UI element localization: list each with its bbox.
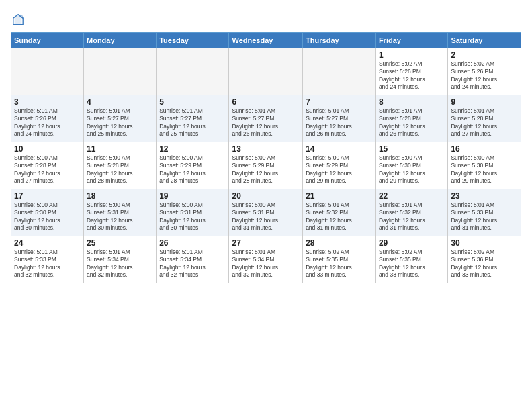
table-row	[229, 48, 303, 95]
day-number: 17	[14, 191, 81, 201]
day-info: Sunrise: 5:00 AM Sunset: 5:29 PM Dayligh…	[306, 154, 373, 185]
day-number: 15	[379, 144, 445, 154]
table-row: 4Sunrise: 5:01 AM Sunset: 5:27 PM Daylig…	[84, 95, 157, 142]
table-row: 25Sunrise: 5:01 AM Sunset: 5:34 PM Dayli…	[84, 236, 157, 283]
day-number: 12	[159, 144, 226, 154]
day-number: 7	[306, 97, 373, 107]
day-number: 25	[87, 238, 153, 248]
day-number: 6	[232, 97, 300, 107]
table-row: 23Sunrise: 5:01 AM Sunset: 5:33 PM Dayli…	[448, 189, 521, 236]
day-number: 24	[14, 238, 81, 248]
day-number: 19	[159, 191, 226, 201]
day-number: 29	[379, 238, 445, 248]
table-row: 8Sunrise: 5:01 AM Sunset: 5:28 PM Daylig…	[375, 95, 447, 142]
day-info: Sunrise: 5:01 AM Sunset: 5:32 PM Dayligh…	[306, 201, 373, 232]
weekday-header-wednesday: Wednesday	[229, 33, 303, 48]
day-number: 27	[232, 238, 300, 248]
day-info: Sunrise: 5:02 AM Sunset: 5:26 PM Dayligh…	[379, 60, 445, 91]
day-number: 14	[306, 144, 373, 154]
calendar: SundayMondayTuesdayWednesdayThursdayFrid…	[11, 32, 521, 283]
day-info: Sunrise: 5:01 AM Sunset: 5:27 PM Dayligh…	[232, 107, 300, 138]
table-row	[157, 48, 229, 95]
day-number: 26	[159, 238, 226, 248]
table-row: 7Sunrise: 5:01 AM Sunset: 5:27 PM Daylig…	[303, 95, 376, 142]
table-row: 13Sunrise: 5:00 AM Sunset: 5:29 PM Dayli…	[229, 142, 303, 189]
day-info: Sunrise: 5:00 AM Sunset: 5:28 PM Dayligh…	[87, 154, 153, 185]
table-row: 26Sunrise: 5:01 AM Sunset: 5:34 PM Dayli…	[157, 236, 229, 283]
calendar-week-4: 17Sunrise: 5:00 AM Sunset: 5:30 PM Dayli…	[11, 189, 521, 236]
day-info: Sunrise: 5:01 AM Sunset: 5:28 PM Dayligh…	[451, 107, 518, 138]
day-number: 4	[87, 97, 153, 107]
weekday-header-friday: Friday	[375, 33, 447, 48]
calendar-week-2: 3Sunrise: 5:01 AM Sunset: 5:26 PM Daylig…	[11, 95, 521, 142]
table-row: 5Sunrise: 5:01 AM Sunset: 5:27 PM Daylig…	[157, 95, 229, 142]
day-info: Sunrise: 5:01 AM Sunset: 5:26 PM Dayligh…	[14, 107, 81, 138]
table-row: 11Sunrise: 5:00 AM Sunset: 5:28 PM Dayli…	[84, 142, 157, 189]
table-row: 15Sunrise: 5:00 AM Sunset: 5:30 PM Dayli…	[375, 142, 447, 189]
table-row	[84, 48, 157, 95]
table-row	[303, 48, 376, 95]
day-info: Sunrise: 5:01 AM Sunset: 5:27 PM Dayligh…	[159, 107, 226, 138]
table-row: 29Sunrise: 5:02 AM Sunset: 5:35 PM Dayli…	[375, 236, 447, 283]
table-row: 16Sunrise: 5:00 AM Sunset: 5:30 PM Dayli…	[448, 142, 521, 189]
table-row: 24Sunrise: 5:01 AM Sunset: 5:33 PM Dayli…	[11, 236, 84, 283]
table-row: 21Sunrise: 5:01 AM Sunset: 5:32 PM Dayli…	[303, 189, 376, 236]
table-row: 6Sunrise: 5:01 AM Sunset: 5:27 PM Daylig…	[229, 95, 303, 142]
weekday-header-saturday: Saturday	[448, 33, 521, 48]
table-row: 12Sunrise: 5:00 AM Sunset: 5:29 PM Dayli…	[157, 142, 229, 189]
day-number: 8	[379, 97, 445, 107]
day-info: Sunrise: 5:00 AM Sunset: 5:29 PM Dayligh…	[159, 154, 226, 185]
calendar-week-1: 1Sunrise: 5:02 AM Sunset: 5:26 PM Daylig…	[11, 48, 521, 95]
day-info: Sunrise: 5:00 AM Sunset: 5:30 PM Dayligh…	[379, 154, 445, 185]
day-info: Sunrise: 5:01 AM Sunset: 5:32 PM Dayligh…	[379, 201, 445, 232]
day-info: Sunrise: 5:00 AM Sunset: 5:31 PM Dayligh…	[159, 201, 226, 232]
day-info: Sunrise: 5:01 AM Sunset: 5:27 PM Dayligh…	[306, 107, 373, 138]
table-row: 3Sunrise: 5:01 AM Sunset: 5:26 PM Daylig…	[11, 95, 84, 142]
day-info: Sunrise: 5:00 AM Sunset: 5:31 PM Dayligh…	[232, 201, 300, 232]
day-info: Sunrise: 5:00 AM Sunset: 5:29 PM Dayligh…	[232, 154, 300, 185]
day-info: Sunrise: 5:02 AM Sunset: 5:26 PM Dayligh…	[451, 60, 518, 91]
day-number: 16	[451, 144, 518, 154]
day-number: 20	[232, 191, 300, 201]
table-row: 1Sunrise: 5:02 AM Sunset: 5:26 PM Daylig…	[375, 48, 447, 95]
day-number: 2	[451, 50, 518, 60]
day-number: 30	[451, 238, 518, 248]
day-number: 11	[87, 144, 153, 154]
calendar-week-5: 24Sunrise: 5:01 AM Sunset: 5:33 PM Dayli…	[11, 236, 521, 283]
day-info: Sunrise: 5:01 AM Sunset: 5:33 PM Dayligh…	[451, 201, 518, 232]
table-row	[11, 48, 84, 95]
day-info: Sunrise: 5:02 AM Sunset: 5:36 PM Dayligh…	[451, 248, 518, 279]
weekday-header-row: SundayMondayTuesdayWednesdayThursdayFrid…	[11, 33, 521, 48]
table-row: 27Sunrise: 5:01 AM Sunset: 5:34 PM Dayli…	[229, 236, 303, 283]
table-row: 22Sunrise: 5:01 AM Sunset: 5:32 PM Dayli…	[375, 189, 447, 236]
day-info: Sunrise: 5:02 AM Sunset: 5:35 PM Dayligh…	[379, 248, 445, 279]
day-number: 1	[379, 50, 445, 60]
day-number: 21	[306, 191, 373, 201]
table-row: 30Sunrise: 5:02 AM Sunset: 5:36 PM Dayli…	[448, 236, 521, 283]
logo	[11, 13, 24, 26]
day-info: Sunrise: 5:01 AM Sunset: 5:34 PM Dayligh…	[232, 248, 300, 279]
day-number: 28	[306, 238, 373, 248]
table-row: 10Sunrise: 5:00 AM Sunset: 5:28 PM Dayli…	[11, 142, 84, 189]
table-row: 28Sunrise: 5:02 AM Sunset: 5:35 PM Dayli…	[303, 236, 376, 283]
day-number: 10	[14, 144, 81, 154]
day-info: Sunrise: 5:01 AM Sunset: 5:33 PM Dayligh…	[14, 248, 81, 279]
day-number: 3	[14, 97, 81, 107]
table-row: 2Sunrise: 5:02 AM Sunset: 5:26 PM Daylig…	[448, 48, 521, 95]
weekday-header-sunday: Sunday	[11, 33, 84, 48]
day-info: Sunrise: 5:01 AM Sunset: 5:28 PM Dayligh…	[379, 107, 445, 138]
header	[11, 11, 521, 26]
weekday-header-thursday: Thursday	[303, 33, 376, 48]
day-info: Sunrise: 5:00 AM Sunset: 5:30 PM Dayligh…	[451, 154, 518, 185]
day-info: Sunrise: 5:00 AM Sunset: 5:28 PM Dayligh…	[14, 154, 81, 185]
weekday-header-monday: Monday	[84, 33, 157, 48]
day-info: Sunrise: 5:01 AM Sunset: 5:34 PM Dayligh…	[159, 248, 226, 279]
day-number: 9	[451, 97, 518, 107]
day-number: 23	[451, 191, 518, 201]
day-number: 22	[379, 191, 445, 201]
table-row: 9Sunrise: 5:01 AM Sunset: 5:28 PM Daylig…	[448, 95, 521, 142]
day-number: 18	[87, 191, 153, 201]
day-info: Sunrise: 5:00 AM Sunset: 5:31 PM Dayligh…	[87, 201, 153, 232]
page: SundayMondayTuesdayWednesdayThursdayFrid…	[0, 0, 532, 411]
day-number: 5	[159, 97, 226, 107]
